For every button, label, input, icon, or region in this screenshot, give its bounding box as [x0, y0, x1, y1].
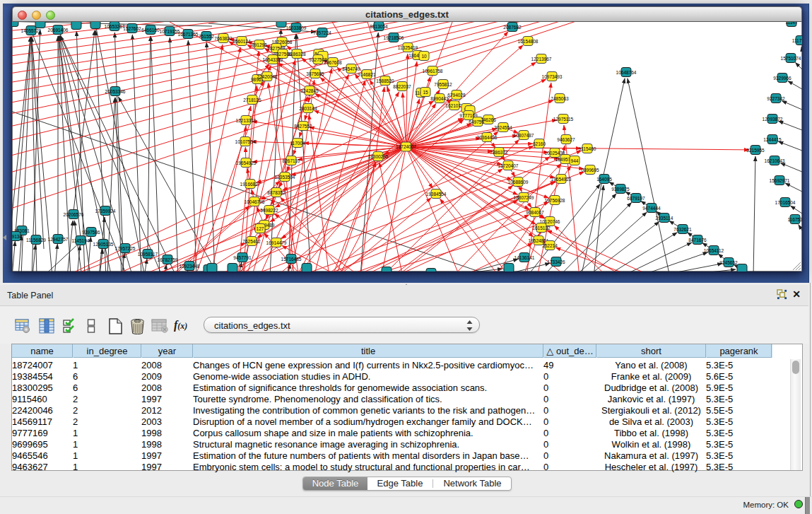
- svg-text:9463627: 9463627: [557, 137, 575, 142]
- svg-text:18724007: 18724007: [396, 144, 416, 149]
- svg-text:18807249: 18807249: [514, 195, 534, 200]
- svg-text:20206576: 20206576: [64, 212, 84, 217]
- svg-text:7632621: 7632621: [673, 227, 692, 232]
- svg-text:9389825: 9389825: [611, 187, 630, 192]
- svg-text:8990443: 8990443: [430, 96, 449, 101]
- svg-text:9227342: 9227342: [767, 96, 785, 101]
- svg-text:2803144: 2803144: [299, 106, 317, 111]
- svg-text:8813054: 8813054: [370, 24, 388, 29]
- svg-text:751552: 751552: [199, 34, 214, 39]
- svg-text:0899695: 0899695: [581, 168, 599, 173]
- svg-text:19654925: 19654925: [236, 160, 257, 165]
- svg-text:252214: 252214: [542, 243, 558, 248]
- svg-text:14055721: 14055721: [21, 28, 42, 33]
- svg-text:7485063: 7485063: [551, 96, 569, 101]
- svg-text:19654923: 19654923: [551, 177, 572, 182]
- svg-text:12353504: 12353504: [275, 175, 295, 180]
- svg-text:1733426: 1733426: [547, 259, 565, 264]
- svg-text:9084067: 9084067: [526, 210, 544, 215]
- svg-text:9245652: 9245652: [719, 260, 738, 265]
- svg-text:3875685: 3875685: [306, 71, 324, 76]
- svg-text:39134: 39134: [12, 234, 22, 239]
- svg-text:8660124: 8660124: [233, 39, 251, 44]
- svg-text:8267110: 8267110: [283, 158, 300, 163]
- svg-text:8471676: 8471676: [688, 238, 707, 243]
- svg-text:1117704: 1117704: [792, 38, 802, 43]
- svg-text:10: 10: [421, 54, 427, 59]
- svg-text:16033809: 16033809: [286, 25, 307, 30]
- svg-text:2718126: 2718126: [243, 98, 261, 103]
- svg-text:17957225: 17957225: [115, 246, 136, 251]
- svg-text:17016504: 17016504: [775, 200, 796, 205]
- svg-text:8427552: 8427552: [294, 124, 312, 129]
- svg-text:8186328: 8186328: [288, 52, 306, 57]
- svg-text:9146821: 9146821: [358, 72, 376, 77]
- svg-text:17359924: 17359924: [95, 209, 116, 214]
- svg-text:16671355: 16671355: [178, 32, 199, 37]
- svg-text:10719155: 10719155: [160, 29, 180, 34]
- svg-text:1244415: 1244415: [763, 137, 782, 142]
- svg-text:7625402: 7625402: [242, 239, 261, 244]
- svg-text:10648764: 10648764: [616, 70, 637, 75]
- svg-text:14136141: 14136141: [514, 255, 535, 260]
- svg-text:10688609: 10688609: [508, 180, 529, 185]
- svg-text:15: 15: [423, 90, 428, 95]
- svg-text:5498222: 5498222: [260, 208, 278, 213]
- svg-text:7886372: 7886372: [490, 150, 508, 155]
- svg-text:8454749: 8454749: [342, 66, 360, 71]
- svg-text:746266: 746266: [481, 117, 496, 122]
- svg-text:12905135: 12905135: [93, 242, 114, 247]
- svg-text:16210643: 16210643: [765, 158, 785, 163]
- svg-text:12213319: 12213319: [236, 118, 257, 123]
- svg-text:20364436: 20364436: [477, 135, 498, 140]
- svg-text:1621072: 1621072: [445, 103, 464, 108]
- svg-text:10653267: 10653267: [105, 24, 125, 29]
- svg-text:9242845: 9242845: [300, 88, 319, 93]
- svg-text:12942757: 12942757: [48, 237, 69, 242]
- svg-text:8215955: 8215955: [746, 148, 765, 153]
- svg-text:8878352: 8878352: [267, 190, 286, 195]
- svg-text:15692971: 15692971: [770, 178, 790, 183]
- svg-text:16782759: 16782759: [158, 257, 178, 262]
- svg-text:10654112: 10654112: [704, 248, 724, 253]
- svg-text:2087682: 2087682: [503, 25, 522, 30]
- svg-text:20691406: 20691406: [48, 28, 69, 33]
- svg-text:12213967: 12213967: [531, 57, 552, 62]
- svg-text:19218506: 19218506: [384, 35, 404, 40]
- svg-text:22420046: 22420046: [257, 74, 278, 79]
- svg-text:1615132: 1615132: [532, 226, 551, 230]
- svg-text:9115460: 9115460: [579, 146, 596, 151]
- svg-text:62160: 62160: [533, 141, 546, 146]
- svg-text:15720407: 15720407: [498, 163, 519, 168]
- svg-text:11156829: 11156829: [26, 238, 46, 243]
- svg-text:9474444: 9474444: [642, 206, 661, 211]
- svg-text:10961758: 10961758: [423, 69, 443, 74]
- svg-text:7663822: 7663822: [214, 36, 233, 41]
- svg-text:12923448: 12923448: [180, 264, 200, 269]
- svg-text:19756928: 19756928: [545, 198, 565, 203]
- svg-text:2967608: 2967608: [324, 60, 342, 65]
- svg-text:3024554: 3024554: [494, 125, 512, 130]
- svg-text:6466160: 6466160: [141, 28, 160, 33]
- svg-text:9397586: 9397586: [82, 230, 100, 235]
- svg-text:2935114: 2935114: [656, 216, 673, 221]
- svg-text:1588520: 1588520: [376, 78, 394, 83]
- svg-text:10958117: 10958117: [138, 252, 158, 257]
- svg-text:10973493: 10973493: [542, 74, 563, 79]
- svg-text:20053346: 20053346: [105, 89, 126, 94]
- svg-text:7857224: 7857224: [313, 30, 331, 35]
- svg-text:6794028: 6794028: [447, 93, 466, 98]
- svg-text:8822037: 8822037: [393, 84, 411, 89]
- svg-text:11325419: 11325419: [398, 45, 418, 50]
- svg-text:11147: 11147: [785, 22, 797, 25]
- svg-text:9457791: 9457791: [233, 255, 252, 260]
- svg-text:891295: 891295: [252, 42, 267, 47]
- svg-text:1527602: 1527602: [123, 26, 141, 31]
- svg-text:127: 127: [257, 226, 264, 231]
- svg-text:6879197: 6879197: [627, 196, 645, 201]
- svg-text:18300295: 18300295: [368, 154, 389, 159]
- svg-text:117004: 117004: [290, 141, 305, 146]
- svg-text:10807487: 10807487: [514, 133, 534, 138]
- svg-text:944: 944: [571, 158, 579, 163]
- svg-text:7955812: 7955812: [434, 82, 452, 87]
